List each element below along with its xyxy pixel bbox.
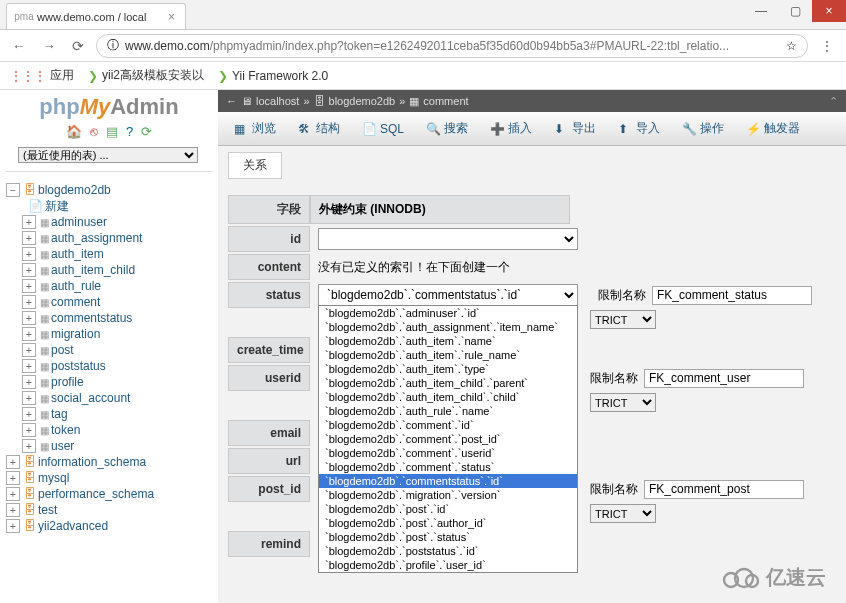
expand-icon[interactable]: + — [22, 407, 36, 421]
expand-icon[interactable]: + — [22, 215, 36, 229]
tree-table[interactable]: +▦ auth_item — [6, 246, 212, 262]
tab-search[interactable]: 🔍搜索 — [418, 116, 476, 141]
tab-operations[interactable]: 🔧操作 — [674, 116, 732, 141]
nav-reload-icon[interactable]: ⟳ — [68, 38, 88, 54]
dropdown-option[interactable]: `blogdemo2db`.`comment`.`id` — [319, 418, 577, 432]
reload-icon[interactable]: ⟳ — [141, 124, 152, 139]
tree-db[interactable]: +🗄 yii2advanced — [6, 518, 212, 534]
on-action-select[interactable]: TRICT — [590, 393, 656, 412]
constraint-name-post-id[interactable] — [644, 480, 804, 499]
bookmark-item[interactable]: ❯yii2高级模板安装以 — [88, 67, 204, 84]
tree-table[interactable]: +▦ profile — [6, 374, 212, 390]
expand-icon[interactable]: + — [22, 359, 36, 373]
tab-triggers[interactable]: ⚡触发器 — [738, 116, 808, 141]
docs-icon[interactable]: ? — [126, 124, 133, 139]
expand-icon[interactable]: + — [22, 423, 36, 437]
tree-table[interactable]: +▦ social_account — [6, 390, 212, 406]
fk-dropdown-list[interactable]: `blogdemo2db`.`adminuser`.`id``blogdemo2… — [318, 305, 578, 573]
window-maximize-icon[interactable]: ▢ — [778, 0, 812, 22]
bc-table[interactable]: comment — [423, 95, 468, 107]
dropdown-option[interactable]: `blogdemo2db`.`migration`.`version` — [319, 488, 577, 502]
tree-table[interactable]: +▦ adminuser — [6, 214, 212, 230]
collapse-caret-icon[interactable]: ⌃ — [829, 95, 838, 108]
expand-icon[interactable]: + — [22, 263, 36, 277]
logout-icon[interactable]: ⎋ — [90, 124, 98, 139]
tree-table[interactable]: +▦ token — [6, 422, 212, 438]
tree-table[interactable]: +▦ comment — [6, 294, 212, 310]
expand-icon[interactable]: + — [6, 519, 20, 533]
dropdown-option[interactable]: `blogdemo2db`.`commentstatus`.`id` — [319, 474, 577, 488]
tree-table[interactable]: +▦ migration — [6, 326, 212, 342]
expand-icon[interactable]: + — [22, 247, 36, 261]
on-action-select[interactable]: TRICT — [590, 310, 656, 329]
tree-db[interactable]: +🗄 information_schema — [6, 454, 212, 470]
tree-table[interactable]: +▦ commentstatus — [6, 310, 212, 326]
panel-toggle-icon[interactable]: ← — [226, 95, 237, 107]
constraint-name-status[interactable] — [652, 286, 812, 305]
bc-db[interactable]: blogdemo2db — [329, 95, 396, 107]
window-close-icon[interactable]: × — [812, 0, 846, 22]
expand-icon[interactable]: + — [6, 471, 20, 485]
tab-insert[interactable]: ➕插入 — [482, 116, 540, 141]
nav-forward-icon[interactable]: → — [38, 38, 60, 54]
expand-icon[interactable]: + — [6, 455, 20, 469]
dropdown-option[interactable]: `blogdemo2db`.`post`.`id` — [319, 502, 577, 516]
tab-browse[interactable]: ▦浏览 — [226, 116, 284, 141]
dropdown-option[interactable]: `blogdemo2db`.`profile`.`user_id` — [319, 558, 577, 572]
sql-icon[interactable]: ▤ — [106, 124, 118, 139]
tree-db-open[interactable]: − 🗄 blogdemo2db — [6, 182, 212, 198]
dropdown-option[interactable]: `blogdemo2db`.`auth_item`.`type` — [319, 362, 577, 376]
expand-icon[interactable]: + — [22, 279, 36, 293]
nav-back-icon[interactable]: ← — [8, 38, 30, 54]
tree-table[interactable]: +▦ user — [6, 438, 212, 454]
dropdown-option[interactable]: `blogdemo2db`.`comment`.`status` — [319, 460, 577, 474]
tree-table[interactable]: +▦ post — [6, 342, 212, 358]
dropdown-option[interactable]: `blogdemo2db`.`poststatus`.`id` — [319, 544, 577, 558]
collapse-icon[interactable]: − — [6, 183, 20, 197]
tab-structure[interactable]: 🛠结构 — [290, 116, 348, 141]
url-input[interactable]: ⓘ www.demo.com/phpmyadmin/index.php?toke… — [96, 34, 808, 58]
tree-db[interactable]: +🗄 test — [6, 502, 212, 518]
dropdown-option[interactable]: `blogdemo2db`.`auth_item`.`rule_name` — [319, 348, 577, 362]
dropdown-option[interactable]: `blogdemo2db`.`post`.`status` — [319, 530, 577, 544]
dropdown-option[interactable]: `blogdemo2db`.`adminuser`.`id` — [319, 306, 577, 320]
tab-export[interactable]: ⬇导出 — [546, 116, 604, 141]
subtab-relation[interactable]: 关系 — [228, 152, 282, 179]
constraint-name-userid[interactable] — [644, 369, 804, 388]
expand-icon[interactable]: + — [22, 327, 36, 341]
on-action-select[interactable]: TRICT — [590, 504, 656, 523]
fk-select-status[interactable]: `blogdemo2db`.`commentstatus`.`id` — [318, 284, 578, 306]
tab-import[interactable]: ⬆导入 — [610, 116, 668, 141]
window-minimize-icon[interactable]: — — [744, 0, 778, 22]
tree-db[interactable]: +🗄 mysql — [6, 470, 212, 486]
dropdown-option[interactable]: `blogdemo2db`.`comment`.`userid` — [319, 446, 577, 460]
expand-icon[interactable]: + — [22, 391, 36, 405]
expand-icon[interactable]: + — [6, 503, 20, 517]
dropdown-option[interactable]: `blogdemo2db`.`auth_rule`.`name` — [319, 404, 577, 418]
tree-table[interactable]: +▦ auth_item_child — [6, 262, 212, 278]
browser-menu-icon[interactable]: ⋮ — [816, 38, 838, 54]
bookmark-star-icon[interactable]: ☆ — [786, 39, 797, 53]
tree-new[interactable]: 📄 新建 — [6, 198, 212, 214]
recent-tables-select[interactable]: (最近使用的表) ... — [18, 147, 198, 163]
tab-sql[interactable]: 📄SQL — [354, 118, 412, 140]
bookmark-item[interactable]: ❯Yii Framework 2.0 — [218, 69, 328, 83]
tree-table[interactable]: +▦ tag — [6, 406, 212, 422]
dropdown-option[interactable]: `blogdemo2db`.`auth_assignment`.`item_na… — [319, 320, 577, 334]
dropdown-option[interactable]: `blogdemo2db`.`auth_item`.`name` — [319, 334, 577, 348]
bc-server[interactable]: localhost — [256, 95, 299, 107]
tab-close-icon[interactable]: × — [168, 10, 175, 24]
dropdown-option[interactable]: `blogdemo2db`.`post`.`author_id` — [319, 516, 577, 530]
tree-table[interactable]: +▦ auth_assignment — [6, 230, 212, 246]
expand-icon[interactable]: + — [22, 295, 36, 309]
expand-icon[interactable]: + — [22, 343, 36, 357]
dropdown-option[interactable]: `blogdemo2db`.`auth_item_child`.`child` — [319, 390, 577, 404]
tree-table[interactable]: +▦ poststatus — [6, 358, 212, 374]
expand-icon[interactable]: + — [22, 311, 36, 325]
dropdown-option[interactable]: `blogdemo2db`.`comment`.`post_id` — [319, 432, 577, 446]
fk-select-id[interactable] — [318, 228, 578, 250]
browser-tab[interactable]: pma www.demo.com / local × — [6, 3, 186, 29]
dropdown-option[interactable]: `blogdemo2db`.`auth_item_child`.`parent` — [319, 376, 577, 390]
expand-icon[interactable]: + — [22, 375, 36, 389]
home-icon[interactable]: 🏠 — [66, 124, 82, 139]
